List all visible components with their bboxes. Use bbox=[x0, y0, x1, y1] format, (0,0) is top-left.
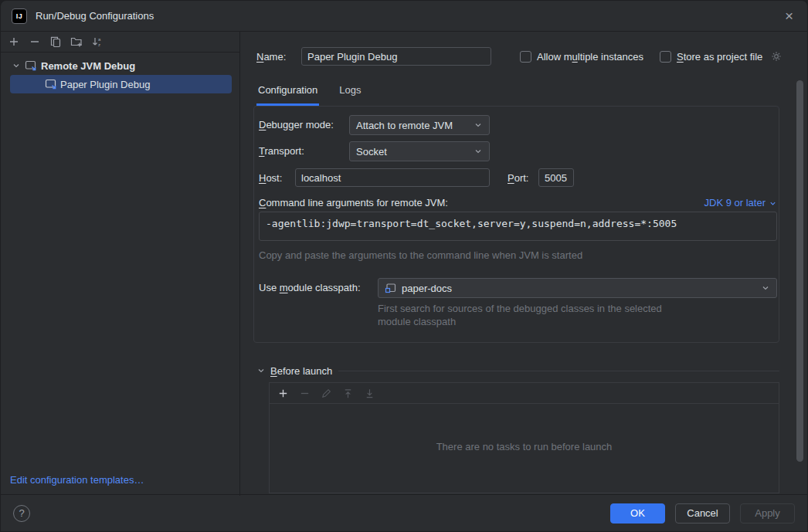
svg-text:a: a bbox=[98, 37, 101, 42]
remove-task-icon[interactable] bbox=[299, 388, 311, 399]
before-launch-empty-text: There are no tasks to run before launch bbox=[270, 404, 779, 489]
host-label: Host: bbox=[259, 168, 282, 188]
footer-buttons: OK Cancel Apply bbox=[610, 503, 795, 524]
dialog-footer: ? OK Cancel Apply bbox=[1, 494, 807, 531]
command-line-args-hint: Copy and paste the arguments to the comm… bbox=[259, 248, 582, 263]
before-launch-task-list: There are no tasks to run before launch bbox=[269, 382, 779, 493]
configuration-tab-panel: Debugger mode: Attach to remote JVM Tran… bbox=[253, 106, 779, 343]
dialog-title: Run/Debug Configurations bbox=[36, 10, 154, 22]
port-label: Port: bbox=[508, 168, 528, 188]
copy-configuration-icon[interactable] bbox=[49, 36, 62, 48]
apply-button[interactable]: Apply bbox=[740, 503, 795, 524]
sidebar-toolbar: az bbox=[1, 32, 239, 53]
move-task-up-icon[interactable] bbox=[342, 388, 354, 399]
chevron-down-icon bbox=[769, 199, 777, 208]
remove-configuration-icon[interactable] bbox=[29, 36, 41, 48]
module-classpath-value: paper-docs bbox=[402, 283, 452, 294]
add-configuration-icon[interactable] bbox=[8, 36, 20, 48]
chevron-down-icon bbox=[474, 120, 483, 130]
help-button[interactable]: ? bbox=[13, 505, 30, 522]
run-debug-configurations-dialog: IJ Run/Debug Configurations × az bbox=[0, 0, 808, 532]
close-icon[interactable]: × bbox=[785, 8, 793, 23]
before-launch-header[interactable]: Before launch bbox=[256, 363, 779, 378]
cancel-button[interactable]: Cancel bbox=[675, 503, 730, 524]
configurations-sidebar: az Remote JVM Debug Paper Plugin Debug E… bbox=[1, 32, 240, 496]
allow-multiple-instances-label: Allow multiple instances bbox=[537, 51, 643, 63]
debugger-mode-value: Attach to remote JVM bbox=[356, 120, 453, 131]
debugger-mode-label: Debugger mode: bbox=[259, 115, 334, 135]
intellij-logo-icon: IJ bbox=[12, 8, 27, 24]
checkbox-box[interactable] bbox=[660, 51, 671, 63]
transport-select[interactable]: Socket bbox=[349, 141, 490, 161]
module-classpath-hint: First search for sources of the debugged… bbox=[378, 302, 662, 328]
edit-task-icon[interactable] bbox=[321, 388, 332, 399]
tree-item-paper-plugin-debug[interactable]: Paper Plugin Debug bbox=[10, 75, 232, 93]
tree-child-label: Paper Plugin Debug bbox=[60, 79, 150, 90]
svg-text:z: z bbox=[98, 42, 100, 47]
port-input[interactable] bbox=[538, 168, 574, 187]
allow-multiple-instances-checkbox[interactable]: Allow multiple instances bbox=[520, 51, 643, 63]
name-row: Name: Allow multiple instances Store as … bbox=[256, 46, 783, 66]
store-as-project-file-label: Store as project file bbox=[677, 51, 762, 63]
configuration-editor: Name: Allow multiple instances Store as … bbox=[240, 32, 808, 496]
tab-logs[interactable]: Logs bbox=[338, 78, 362, 106]
tree-item-remote-jvm-debug[interactable]: Remote JVM Debug bbox=[1, 56, 239, 75]
before-launch-toolbar bbox=[270, 383, 779, 404]
remote-debug-config-icon bbox=[45, 78, 57, 90]
chevron-down-icon bbox=[256, 366, 266, 375]
module-icon bbox=[385, 282, 397, 294]
before-launch-label: Before launch bbox=[270, 365, 332, 377]
editor-tabs: Configuration Logs bbox=[256, 78, 363, 106]
configurations-tree: Remote JVM Debug Paper Plugin Debug bbox=[1, 53, 239, 93]
store-as-project-file-checkbox[interactable]: Store as project file bbox=[660, 51, 762, 63]
name-input[interactable] bbox=[301, 47, 491, 66]
section-rule bbox=[338, 371, 779, 371]
move-task-down-icon[interactable] bbox=[364, 388, 375, 399]
sort-alphabetically-icon[interactable]: az bbox=[91, 36, 104, 48]
chevron-down-icon bbox=[761, 283, 770, 293]
ok-button[interactable]: OK bbox=[610, 503, 665, 524]
command-line-args-label: Command line arguments for remote JVM: bbox=[259, 195, 448, 211]
host-input[interactable] bbox=[295, 168, 490, 187]
title-bar: IJ Run/Debug Configurations × bbox=[1, 1, 807, 32]
name-label: Name: bbox=[256, 51, 290, 63]
vertical-scrollbar[interactable] bbox=[796, 80, 803, 462]
tree-group-label: Remote JVM Debug bbox=[41, 60, 135, 72]
transport-value: Socket bbox=[356, 146, 387, 158]
debugger-mode-select[interactable]: Attach to remote JVM bbox=[349, 115, 490, 135]
module-classpath-select[interactable]: paper-docs bbox=[378, 278, 777, 298]
chevron-down-icon bbox=[474, 147, 483, 156]
transport-label: Transport: bbox=[259, 141, 304, 161]
add-task-icon[interactable] bbox=[277, 388, 289, 399]
jdk-version-link[interactable]: JDK 9 or later bbox=[704, 195, 777, 211]
chevron-down-icon bbox=[12, 61, 21, 70]
checkbox-box[interactable] bbox=[520, 51, 531, 63]
new-folder-icon[interactable] bbox=[70, 36, 83, 48]
edit-configuration-templates-link[interactable]: Edit configuration templates… bbox=[10, 474, 144, 486]
command-line-args-field[interactable]: -agentlib:jdwp=transport=dt_socket,serve… bbox=[259, 212, 777, 241]
module-classpath-label: Use module classpath: bbox=[259, 278, 361, 298]
remote-debug-config-icon bbox=[25, 59, 37, 72]
jdk-version-label: JDK 9 or later bbox=[704, 195, 766, 211]
tab-configuration[interactable]: Configuration bbox=[256, 78, 319, 106]
gear-icon[interactable] bbox=[770, 50, 783, 63]
